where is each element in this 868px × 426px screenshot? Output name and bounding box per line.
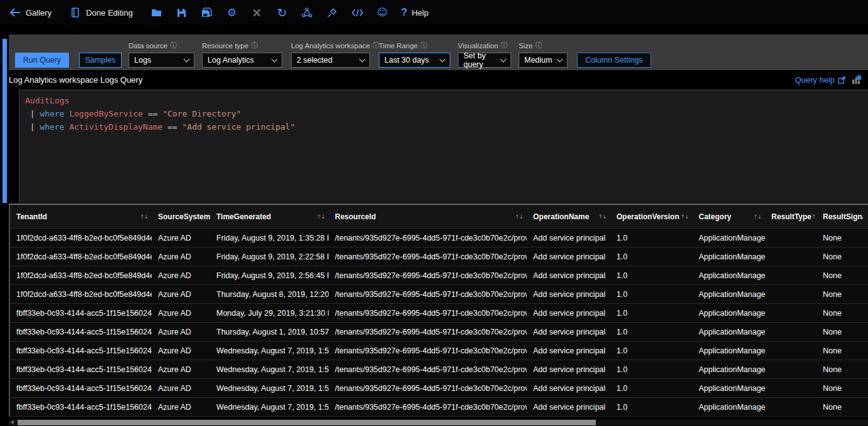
table-row[interactable]: fbff33eb-0c93-4144-acc5-1f15e1560244Azur…	[10, 323, 868, 341]
table-cell-timegenerated: Friday, August 9, 2019, 2:22:58 PM	[210, 247, 329, 266]
table-cell-sourcesystem: Azure AD	[152, 304, 210, 322]
advanced-editor-button[interactable]	[345, 0, 370, 25]
table-row[interactable]: fbff33eb-0c93-4144-acc5-1f15e1560244Azur…	[10, 304, 868, 323]
smiley-icon: ☺	[376, 6, 389, 19]
open-button[interactable]	[144, 0, 169, 25]
feedback-button[interactable]: ☺	[370, 0, 395, 25]
scrollbar-thumb[interactable]	[18, 420, 596, 425]
query-config-bar: Run Query Samples Data sourceⓘ Logs Reso…	[9, 34, 868, 70]
column-header-resultsignature[interactable]: ResultSignature	[817, 205, 863, 228]
table-cell-sourcesystem: Azure AD	[152, 398, 210, 416]
table-cell-resultsignature: None	[817, 379, 863, 397]
save-as-button[interactable]	[194, 0, 220, 25]
table-row[interactable]: fbff33eb-0c93-4144-acc5-1f15e1560244Azur…	[10, 379, 868, 398]
table-cell-resulttype	[765, 398, 817, 416]
data-source-label: Data source	[129, 42, 167, 49]
table-cell-tenantid: fbff33eb-0c93-4144-acc5-1f15e1560244	[10, 304, 152, 322]
table-cell-operationversion: 1.0	[610, 360, 692, 378]
table-cell-resulttype	[765, 323, 817, 341]
analytics-grid-icon[interactable]	[852, 75, 862, 85]
table-cell-timegenerated: Wednesday, August 7, 2019, 1:52...	[210, 341, 329, 360]
run-query-button[interactable]: Run Query	[15, 53, 69, 68]
table-cell-sourcesystem: Azure AD	[152, 323, 210, 341]
info-icon: ⓘ	[535, 41, 542, 50]
table-row[interactable]: fbff33eb-0c93-4144-acc5-1f15e1560244Azur…	[10, 360, 868, 379]
table-cell-sourcesystem: Azure AD	[152, 360, 210, 378]
resource-type-dropdown[interactable]: Log Analytics	[202, 53, 282, 68]
size-dropdown[interactable]: Medium	[519, 53, 568, 68]
edit-selection-accent-bar	[3, 39, 7, 203]
table-cell-category: ApplicationManagem...	[692, 398, 765, 416]
scroll-left-arrow[interactable]	[10, 420, 14, 425]
sort-icon[interactable]: ↑↓	[598, 214, 606, 220]
data-source-group: Data sourceⓘ Logs	[129, 41, 194, 68]
time-range-dropdown[interactable]: Last 30 days	[379, 53, 450, 68]
table-cell-resultsignature: None	[817, 285, 863, 303]
column-header-label: TenantId	[16, 212, 47, 221]
help-button[interactable]: ? Help	[395, 0, 435, 25]
table-cell-operationversion: 1.0	[610, 341, 692, 360]
save-button[interactable]	[169, 0, 194, 25]
table-cell-category: ApplicationManagem...	[692, 304, 765, 322]
table-cell-resourceid: /tenants/935d927e-6995-4dd5-971f-cde3c0b…	[329, 285, 527, 303]
table-cell-operationname: Add service principal	[527, 379, 610, 397]
gallery-button[interactable]: Gallery	[0, 0, 58, 25]
chevron-down-icon	[359, 56, 366, 62]
table-row[interactable]: 1f0f2dcd-a633-4ff8-b2ed-bc0f5e849d4eAzur…	[10, 229, 868, 247]
sort-icon[interactable]: ↑↓	[812, 214, 817, 220]
column-header-timegenerated[interactable]: TimeGenerated↑↓	[210, 205, 329, 228]
query-help-link[interactable]: Query help	[795, 75, 845, 85]
table-row[interactable]: 1f0f2dcd-a633-4ff8-b2ed-bc0f5e849d4eAzur…	[10, 285, 868, 304]
done-editing-button[interactable]: Done Editing	[63, 0, 139, 25]
time-range-group: Time Rangeⓘ Last 30 days	[379, 41, 450, 68]
table-cell-operationname: Add service principal	[527, 229, 610, 247]
column-header-operationname[interactable]: OperationName↑↓	[527, 205, 610, 228]
sort-icon[interactable]: ↑↓	[680, 214, 689, 220]
table-cell-operationname: Add service principal	[527, 360, 610, 378]
table-row[interactable]: 1f0f2dcd-a633-4ff8-b2ed-bc0f5e849d4eAzur…	[10, 247, 868, 266]
pin-button[interactable]	[320, 0, 345, 25]
table-cell-operationname: Add service principal	[527, 285, 610, 303]
column-header-resulttype[interactable]: ResultType↑↓	[765, 205, 817, 228]
table-cell-resourceid: /tenants/935d927e-6995-4dd5-971f-cde3c0b…	[329, 341, 527, 360]
info-icon: ⓘ	[170, 41, 177, 50]
column-header-sourcesystem[interactable]: SourceSystem↑↓	[152, 205, 210, 228]
table-cell-timegenerated: Wednesday, August 7, 2019, 1:52...	[210, 379, 329, 397]
code-line: | where LoggedByService == "Core Directo…	[25, 107, 868, 120]
table-cell-resourceid: /tenants/935d927e-6995-4dd5-971f-cde3c0b…	[329, 360, 527, 378]
folder-icon	[151, 6, 163, 19]
column-settings-button[interactable]: Column Settings	[577, 53, 651, 68]
auto-refresh-button[interactable]	[295, 0, 320, 25]
sort-icon[interactable]: ↑↓	[317, 214, 325, 220]
samples-button[interactable]: Samples	[79, 53, 122, 68]
visualization-dropdown[interactable]: Set by query	[458, 53, 511, 68]
table-cell-timegenerated: Wednesday, August 7, 2019, 1:52...	[210, 360, 329, 378]
table-row[interactable]: fbff33eb-0c93-4144-acc5-1f15e1560244Azur…	[10, 341, 868, 360]
sort-icon[interactable]: ↑↓	[515, 214, 523, 220]
column-header-operationversion[interactable]: OperationVersion↑↓	[610, 205, 692, 228]
close-icon	[251, 6, 263, 19]
table-cell-category: ApplicationManagem...	[692, 360, 765, 378]
settings-button[interactable]: ⚙	[220, 0, 245, 25]
column-header-tenantid[interactable]: TenantId↑↓	[10, 205, 152, 228]
column-header-resourceid[interactable]: ResourceId↑↓	[329, 205, 527, 228]
sort-icon[interactable]: ↑↓	[140, 214, 148, 220]
table-cell-resultsignature: None	[817, 229, 863, 247]
table-cell-sourcesystem: Azure AD	[152, 229, 210, 247]
table-cell-resulttype	[765, 379, 817, 397]
sort-icon[interactable]: ↑↓	[753, 214, 761, 220]
table-cell-resourceid: /tenants/935d927e-6995-4dd5-971f-cde3c0b…	[329, 247, 527, 266]
column-header-category[interactable]: Category↑↓	[692, 205, 765, 228]
workspace-dropdown[interactable]: 2 selected	[291, 53, 370, 68]
table-row[interactable]: 1f0f2dcd-a633-4ff8-b2ed-bc0f5e849d4eAzur…	[10, 266, 868, 285]
refresh-button[interactable]: ↻	[270, 0, 295, 25]
table-cell-timegenerated: Wednesday, August 7, 2019, 1:52...	[210, 398, 329, 416]
table-cell-timegenerated: Friday, August 9, 2019, 2:56:45 PM	[210, 266, 329, 284]
table-cell-operationversion: 1.0	[610, 285, 692, 303]
data-source-dropdown[interactable]: Logs	[129, 53, 194, 68]
gallery-label: Gallery	[26, 8, 51, 18]
kql-query-editor[interactable]: AuditLogs | where LoggedByService == "Co…	[19, 90, 868, 203]
table-row[interactable]: fbff33eb-0c93-4144-acc5-1f15e1560244Azur…	[10, 398, 868, 417]
table-cell-operationversion: 1.0	[610, 247, 692, 266]
query-section-header: Log Analytics workspace Logs Query Query…	[9, 70, 868, 90]
